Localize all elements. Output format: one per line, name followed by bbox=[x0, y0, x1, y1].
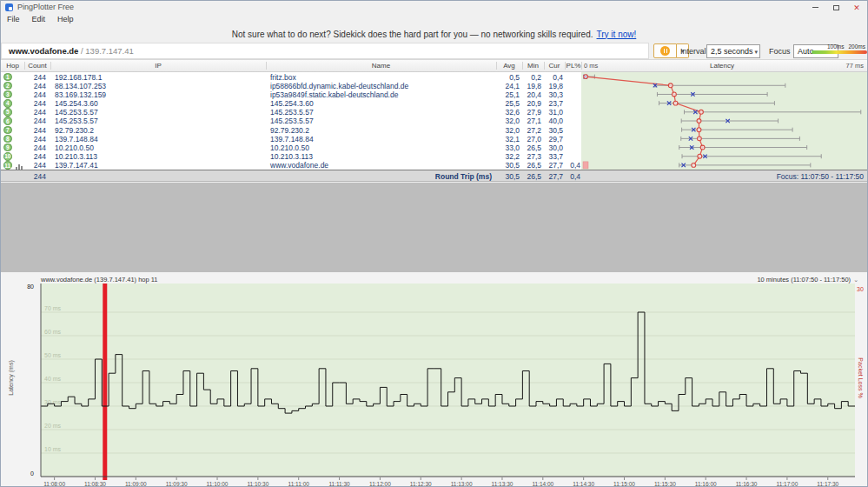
pause-button[interactable] bbox=[653, 43, 677, 58]
maximize-icon bbox=[833, 5, 839, 10]
svg-text:11:10:00: 11:10:00 bbox=[207, 481, 229, 487]
timeline-panel: 10 ms20 ms30 ms40 ms50 ms60 ms70 ms11:08… bbox=[1, 272, 867, 487]
time-range-selector[interactable]: 10 minutes (11:07:50 - 11:17:50)⌄ bbox=[757, 276, 858, 284]
table-header: Hop Count IP Name Avg Min Cur PL% 0 ms L… bbox=[1, 59, 867, 72]
col-hop[interactable]: Hop bbox=[1, 62, 24, 70]
pingplotter-window: PingPlotter Free ✕ FileEditHelp Not sure… bbox=[0, 0, 868, 487]
y-axis-min-label: 0 bbox=[25, 470, 34, 477]
summary-count: 244 bbox=[1, 172, 46, 181]
svg-text:11:08:00: 11:08:00 bbox=[43, 481, 65, 487]
svg-text:11:11:30: 11:11:30 bbox=[328, 481, 350, 487]
pause-icon bbox=[660, 46, 670, 56]
summary-pl: 0,4 bbox=[537, 172, 580, 181]
scale-100ms-label: 100ms bbox=[827, 43, 845, 50]
svg-text:70 ms: 70 ms bbox=[44, 305, 62, 311]
focus-label: Focus bbox=[769, 47, 791, 56]
svg-text:11:14:30: 11:14:30 bbox=[573, 481, 594, 487]
latency-gradient-bar bbox=[812, 50, 867, 54]
svg-text:11:11:00: 11:11:00 bbox=[288, 481, 310, 487]
col-cur[interactable]: Cur bbox=[544, 62, 565, 70]
time-range-label: 10 minutes (11:07:50 - 11:17:50) bbox=[757, 276, 851, 284]
window-title: PingPlotter Free bbox=[17, 3, 74, 11]
svg-text:40 ms: 40 ms bbox=[44, 376, 62, 382]
hop-latency-graph bbox=[581, 72, 868, 170]
chevron-down-icon: ⌄ bbox=[853, 277, 858, 283]
svg-text:60 ms: 60 ms bbox=[44, 329, 62, 335]
scale-200ms-label: 200ms bbox=[848, 43, 865, 50]
svg-text:11:10:30: 11:10:30 bbox=[247, 481, 268, 487]
svg-text:11:13:00: 11:13:00 bbox=[451, 481, 473, 487]
titlebar: PingPlotter Free ✕ bbox=[1, 1, 867, 14]
menu-help[interactable]: Help bbox=[51, 14, 80, 24]
col-ip[interactable]: IP bbox=[50, 62, 266, 70]
timeline-graph: 10 ms20 ms30 ms40 ms50 ms60 ms70 ms11:08… bbox=[1, 272, 868, 487]
interval-select[interactable]: 2,5 seconds▾ bbox=[706, 44, 760, 58]
svg-text:11:12:00: 11:12:00 bbox=[369, 481, 391, 487]
svg-text:11:13:30: 11:13:30 bbox=[492, 481, 514, 487]
svg-text:11:09:30: 11:09:30 bbox=[166, 481, 188, 487]
svg-text:30 ms: 30 ms bbox=[44, 399, 62, 405]
svg-text:11:09:00: 11:09:00 bbox=[125, 481, 147, 487]
latency-color-scale: 100ms 200ms bbox=[812, 43, 867, 54]
trace-table: 1 244 192.168.178.1 fritz.box 0,5 0,2 0,… bbox=[1, 72, 867, 170]
y2-axis-title: Packet Loss % bbox=[858, 348, 864, 409]
menu-edit[interactable]: Edit bbox=[26, 14, 52, 24]
col-count[interactable]: Count bbox=[24, 62, 50, 70]
target-input[interactable]: www.vodafone.de / 139.7.147.41 bbox=[1, 43, 649, 59]
svg-text:11:16:00: 11:16:00 bbox=[695, 481, 717, 487]
y-axis-max-label: 80 bbox=[22, 284, 34, 290]
target-ip: / 139.7.147.41 bbox=[78, 46, 133, 56]
svg-text:11:17:30: 11:17:30 bbox=[817, 481, 838, 487]
latency-header: Latency bbox=[679, 62, 765, 70]
chevron-down-icon: ▾ bbox=[754, 46, 758, 58]
svg-text:11:14:00: 11:14:00 bbox=[532, 481, 553, 487]
app-icon bbox=[5, 3, 13, 11]
toolbar: www.vodafone.de / 139.7.147.41 ▾ Interva… bbox=[1, 42, 867, 60]
svg-text:11:08:30: 11:08:30 bbox=[84, 481, 106, 487]
latency-axis-min: 0 ms bbox=[584, 62, 598, 70]
svg-text:11:12:30: 11:12:30 bbox=[410, 481, 432, 487]
svg-text:20 ms: 20 ms bbox=[44, 423, 62, 429]
timeline-title: www.vodafone.de (139.7.147.41) hop 11 bbox=[41, 276, 158, 284]
focus-range-label: Focus: 11:07:50 - 11:17:50 bbox=[777, 172, 864, 181]
col-pl[interactable]: PL% bbox=[565, 62, 582, 70]
col-name[interactable]: Name bbox=[266, 62, 496, 70]
svg-text:50 ms: 50 ms bbox=[44, 352, 62, 358]
interval-label: Interval bbox=[680, 47, 706, 56]
notice-bar: Not sure what to do next? Sidekick does … bbox=[1, 26, 867, 42]
y-axis-title: Latency (ms) bbox=[8, 348, 14, 409]
try-it-now-link[interactable]: Try it now! bbox=[597, 30, 637, 39]
minimize-icon bbox=[812, 7, 818, 8]
panel-spacer bbox=[1, 183, 867, 272]
notice-text: Not sure what to do next? Sidekick does … bbox=[232, 30, 593, 39]
svg-text:10 ms: 10 ms bbox=[44, 446, 62, 452]
menubar: FileEditHelp bbox=[1, 14, 867, 26]
col-avg[interactable]: Avg bbox=[496, 62, 522, 70]
svg-text:11:17:00: 11:17:00 bbox=[777, 481, 798, 487]
y2-axis-max-label: 30 bbox=[857, 286, 864, 292]
svg-text:11:16:30: 11:16:30 bbox=[736, 481, 758, 487]
col-min[interactable]: Min bbox=[522, 62, 544, 70]
target-host: www.vodafone.de bbox=[9, 46, 78, 56]
interval-value: 2,5 seconds bbox=[711, 47, 753, 56]
latency-axis-max: 77 ms bbox=[846, 62, 864, 70]
menu-file[interactable]: File bbox=[1, 14, 26, 24]
round-trip-row: 244 Round Trip (ms) 30,5 26,5 27,7 0,4 F… bbox=[1, 170, 867, 182]
maximize-button[interactable] bbox=[825, 1, 846, 14]
close-button[interactable]: ✕ bbox=[846, 1, 867, 14]
summary-label: Round Trip (ms) bbox=[374, 172, 492, 181]
svg-text:11:15:30: 11:15:30 bbox=[654, 481, 676, 487]
minimize-button[interactable] bbox=[805, 1, 825, 14]
svg-text:11:15:00: 11:15:00 bbox=[613, 481, 635, 487]
